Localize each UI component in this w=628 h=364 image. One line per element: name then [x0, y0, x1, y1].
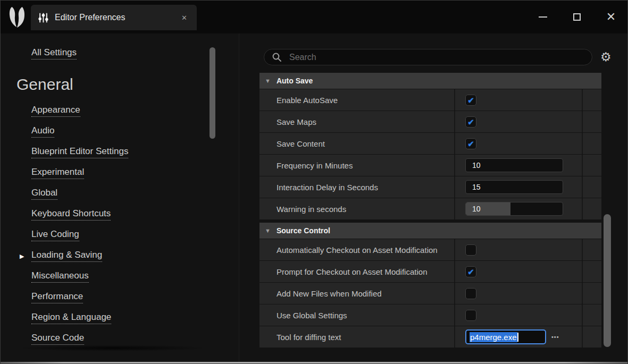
- sidebar-item-all-settings[interactable]: All Settings: [31, 47, 77, 60]
- section-header-source-control[interactable]: ▼Source Control: [259, 223, 601, 239]
- settings-table: ▼Auto SaveEnable AutoSave✔Save Maps✔Save…: [259, 73, 601, 348]
- setting-row-use-global-settings: Use Global Settings: [259, 304, 601, 326]
- sidebar-item-global[interactable]: Global: [1, 183, 250, 204]
- setting-tail-cell: [583, 283, 601, 304]
- checkbox-save-content[interactable]: ✔: [465, 138, 476, 149]
- sidebar-item-label: Performance: [31, 291, 83, 303]
- setting-label-cell: Interaction Delay in Seconds: [259, 176, 455, 198]
- sidebar-category-general[interactable]: General: [16, 74, 250, 95]
- section-title: Auto Save: [277, 77, 313, 85]
- sidebar-item-label: Source Code: [31, 333, 84, 345]
- sidebar-item-miscellaneous[interactable]: Miscellaneous: [1, 266, 250, 287]
- window-bottom-edge: [1, 362, 627, 363]
- checkbox-enable-autosave[interactable]: ✔: [465, 95, 476, 106]
- minimize-button[interactable]: [534, 8, 552, 26]
- setting-label-cell: Warning in seconds: [259, 198, 455, 219]
- collapse-arrow-icon: ▼: [265, 78, 271, 84]
- check-icon: ✔: [467, 268, 474, 276]
- setting-value-cell: p4merge.exe•••: [455, 326, 583, 348]
- input-value: 10: [472, 159, 481, 172]
- settings-gear-icon[interactable]: ⚙: [600, 51, 612, 63]
- setting-row-warning-in-seconds: Warning in seconds10: [259, 198, 601, 219]
- setting-row-prompt-for-checkout-on-asset-modification: Prompt for Checkout on Asset Modificatio…: [259, 261, 601, 282]
- section-header-auto-save[interactable]: ▼Auto Save: [259, 73, 601, 89]
- setting-tail-cell: [583, 261, 601, 282]
- setting-label-cell: Use Global Settings: [259, 304, 455, 326]
- titlebar: Editor Preferences ✕ ✕: [1, 1, 627, 33]
- sliders-icon: [38, 13, 48, 23]
- setting-label-cell: Add New Files when Modified: [259, 283, 455, 304]
- input-interaction-delay-in-seconds[interactable]: 15: [465, 180, 563, 194]
- setting-value-cell: [455, 283, 583, 304]
- setting-row-save-content: Save Content✔: [259, 133, 601, 154]
- unreal-logo-icon: [6, 5, 28, 29]
- setting-row-automatically-checkout-on-asset-modification: Automatically Checkout on Asset Modifica…: [259, 239, 601, 260]
- input-value: 15: [472, 181, 481, 193]
- setting-row-save-maps: Save Maps✔: [259, 111, 601, 132]
- window-body: All Settings General AppearanceAudioBlue…: [1, 33, 627, 362]
- setting-value-cell: [455, 239, 583, 260]
- maximize-button[interactable]: [568, 8, 586, 26]
- sidebar-item-performance[interactable]: Performance: [1, 287, 250, 308]
- check-icon: ✔: [467, 118, 474, 126]
- setting-label-cell: Save Content: [259, 133, 455, 154]
- collapse-arrow-icon: ▼: [265, 227, 271, 234]
- sidebar-item-label: Loading & Saving: [31, 250, 102, 262]
- minimize-icon: [539, 16, 547, 18]
- tab-editor-preferences[interactable]: Editor Preferences ✕: [31, 5, 197, 30]
- browse-ellipsis-button[interactable]: •••: [551, 334, 559, 340]
- sidebar-item-loading-saving[interactable]: ▶Loading & Saving: [1, 246, 250, 266]
- setting-label-cell: Frequency in Minutes: [259, 155, 455, 176]
- setting-label-cell: Prompt for Checkout on Asset Modificatio…: [259, 261, 455, 282]
- setting-value-cell: 15: [455, 176, 583, 198]
- search-input[interactable]: [288, 52, 587, 63]
- setting-label: Prompt for Checkout on Asset Modificatio…: [277, 267, 427, 276]
- checkbox-use-global-settings[interactable]: [465, 310, 476, 321]
- sidebar-item-label: Region & Language: [31, 312, 111, 324]
- input-frequency-in-minutes[interactable]: 10: [465, 158, 563, 172]
- sidebar-item-live-coding[interactable]: Live Coding: [1, 225, 250, 246]
- setting-value-cell: [455, 304, 583, 326]
- setting-value-cell: ✔: [455, 133, 583, 154]
- search-box[interactable]: [264, 49, 592, 65]
- sidebar-item-blueprint-editor-settings[interactable]: Blueprint Editor Settings: [1, 142, 250, 163]
- setting-value-cell: 10: [455, 198, 583, 219]
- sidebar-item-region-language[interactable]: Region & Language: [1, 308, 250, 328]
- tab-close-icon[interactable]: ✕: [179, 13, 189, 23]
- setting-label: Tool for diffing text: [277, 333, 341, 342]
- setting-label: Frequency in Minutes: [277, 161, 353, 170]
- setting-label: Enable AutoSave: [277, 96, 338, 105]
- input-tool-for-diffing-text[interactable]: p4merge.exe: [465, 329, 546, 344]
- checkbox-save-maps[interactable]: ✔: [465, 116, 476, 128]
- setting-row-frequency-in-minutes: Frequency in Minutes10: [259, 155, 601, 176]
- input-warning-in-seconds[interactable]: 10: [465, 202, 563, 216]
- checkbox-prompt-for-checkout-on-asset-modification[interactable]: ✔: [465, 266, 476, 277]
- close-button[interactable]: ✕: [602, 8, 620, 26]
- sidebar-item-label: Keyboard Shortcuts: [31, 208, 111, 221]
- setting-row-add-new-files-when-modified: Add New Files when Modified: [259, 283, 601, 304]
- section-title: Source Control: [277, 226, 330, 235]
- setting-label-cell: Save Maps: [259, 111, 455, 132]
- setting-label: Save Maps: [277, 117, 316, 126]
- setting-tail-cell: [583, 89, 601, 111]
- sidebar-item-keyboard-shortcuts[interactable]: Keyboard Shortcuts: [1, 204, 250, 225]
- checkbox-automatically-checkout-on-asset-modification[interactable]: [465, 244, 476, 256]
- setting-value-cell: ✔: [455, 261, 583, 282]
- check-icon: ✔: [467, 140, 474, 148]
- sidebar-item-label: Appearance: [31, 105, 80, 117]
- sidebar-item-experimental[interactable]: Experimental: [1, 163, 250, 183]
- setting-row-enable-autosave: Enable AutoSave✔: [259, 89, 601, 111]
- sidebar-scrollbar[interactable]: [210, 47, 215, 139]
- setting-tail-cell: [583, 198, 601, 219]
- setting-value-cell: 10: [455, 155, 583, 176]
- search-row: ⚙: [264, 49, 627, 65]
- sidebar-item-label: Global: [31, 188, 57, 200]
- search-icon: [272, 52, 282, 62]
- settings-scrollbar[interactable]: [604, 214, 611, 347]
- sidebar-item-label: Blueprint Editor Settings: [31, 146, 128, 158]
- settings-panel: ⚙ ▼Auto SaveEnable AutoSave✔Save Maps✔Sa…: [258, 33, 627, 362]
- maximize-icon: [573, 13, 581, 21]
- sidebar-item-label: Live Coding: [31, 229, 79, 241]
- checkbox-add-new-files-when-modified[interactable]: [465, 288, 476, 299]
- window-controls: ✕: [534, 1, 620, 33]
